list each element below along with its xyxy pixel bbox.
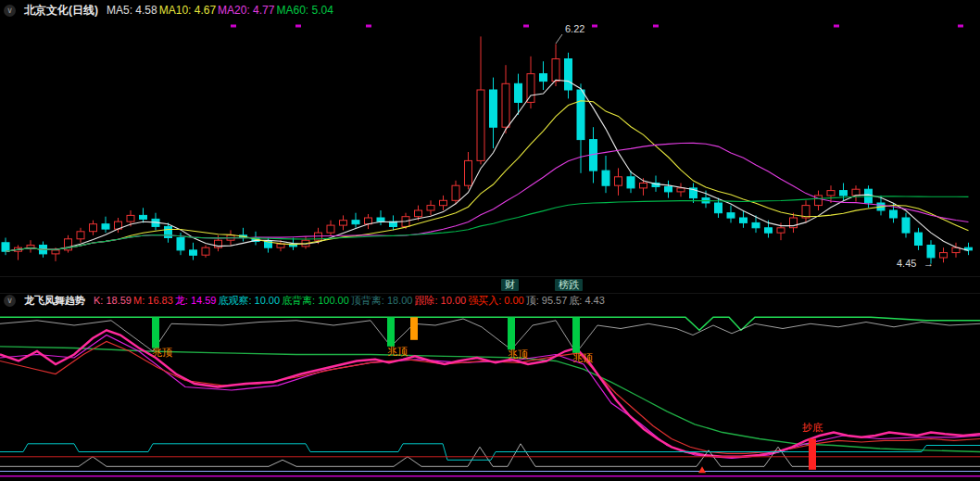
chevron-down-icon[interactable]: ∨: [4, 5, 16, 17]
legend-item: MA60: 5.04: [276, 4, 333, 17]
legend-item: 跟除: 10.00: [414, 295, 466, 306]
svg-text:6.22: 6.22: [565, 23, 584, 34]
legend-item: 底观察: 10.00: [218, 295, 280, 306]
indicator-legend: K: 18.59M: 16.83龙: 14.59底观察: 10.00底背离: 1…: [94, 294, 607, 308]
legend-item: 顶背离: 18.00: [351, 295, 413, 306]
legend-item: MA5: 4.58: [107, 4, 157, 17]
ticker-badge[interactable]: 财: [501, 279, 519, 291]
main-chart-header: ∨ 北京文化(日线) MA5: 4.58MA10: 4.67MA20: 4.77…: [0, 0, 980, 20]
stock-title: 北京文化(日线): [24, 3, 98, 19]
svg-text:4.45: 4.45: [897, 258, 916, 269]
candlestick-chart-svg: 6.224.45→: [0, 20, 980, 276]
svg-text:兆顶: 兆顶: [387, 346, 408, 357]
candlestick-chart: 6.224.45→: [0, 20, 980, 276]
legend-item: MA20: 4.77: [218, 4, 274, 17]
svg-text:→: →: [923, 258, 934, 269]
indicator-chart-svg: 兆顶兆顶兆顶兆顶抄底: [0, 308, 980, 481]
legend-item: M: 16.83: [133, 295, 173, 306]
ma-legend: MA5: 4.58MA10: 4.67MA20: 4.77MA60: 5.04: [107, 4, 335, 17]
legend-item: 底背离: 100.00: [282, 295, 349, 306]
svg-text:兆顶: 兆顶: [152, 347, 172, 358]
legend-item: 底: 4.43: [569, 295, 605, 306]
legend-item: 顶: 95.57: [526, 295, 568, 306]
legend-item: 龙: 14.59: [175, 295, 217, 306]
legend-item: 强买入: 0.00: [468, 295, 524, 306]
legend-item: K: 18.59: [94, 295, 132, 306]
indicator-chart: 兆顶兆顶兆顶兆顶抄底: [0, 308, 980, 481]
legend-item: MA10: 4.67: [159, 4, 216, 17]
ticker-bar: 财榜跌: [0, 276, 980, 293]
svg-text:兆顶: 兆顶: [572, 352, 593, 363]
indicator-title: 龙飞凤舞趋势: [24, 294, 85, 308]
svg-text:抄底: 抄底: [802, 422, 823, 433]
indicator-header: ∨ 龙飞凤舞趋势 K: 18.59M: 16.83龙: 14.59底观察: 10…: [0, 293, 980, 308]
stock-chart-app: ∨ 北京文化(日线) MA5: 4.58MA10: 4.67MA20: 4.77…: [0, 0, 980, 481]
ticker-badge[interactable]: 榜跌: [555, 279, 583, 291]
svg-text:兆顶: 兆顶: [508, 348, 528, 360]
chevron-down-icon[interactable]: ∨: [4, 295, 16, 307]
